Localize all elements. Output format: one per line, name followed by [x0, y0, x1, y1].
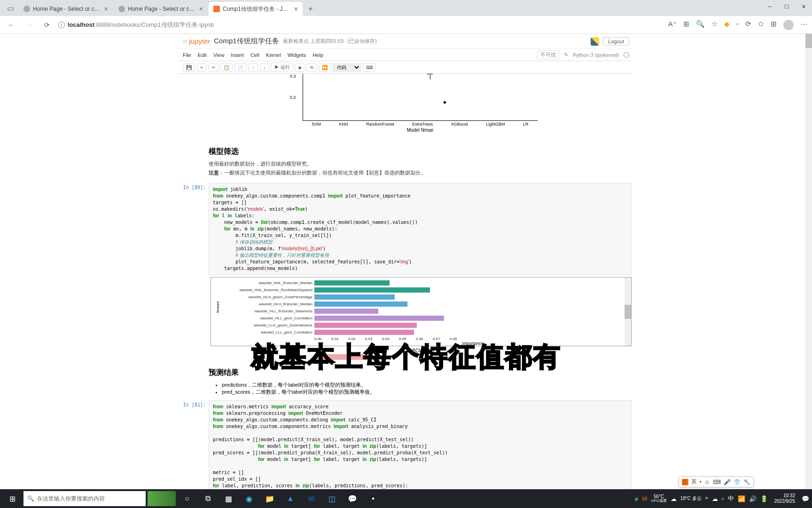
cut-button[interactable]: ✂ — [208, 64, 219, 71]
back-button[interactable]: ← — [5, 18, 18, 32]
profile-icon[interactable] — [783, 20, 794, 30]
ime-skin-icon[interactable]: 👕 — [734, 479, 741, 485]
ime-lang[interactable]: 英 — [691, 478, 697, 486]
menu-insert[interactable]: Insert — [231, 52, 244, 58]
clock[interactable]: 10:32 2022/9/25 — [772, 493, 798, 504]
onedrive-icon[interactable]: ☁ — [712, 495, 718, 502]
favorite-icon[interactable]: ☆ — [711, 20, 718, 30]
ime-punct-icon[interactable]: • — [700, 479, 702, 485]
output-scrollbar[interactable] — [625, 278, 631, 346]
weather-icon[interactable]: ☁ — [671, 495, 677, 502]
cortana-button[interactable]: ○ — [178, 489, 196, 508]
pencil-icon[interactable]: ✎ — [564, 52, 568, 58]
restart-button[interactable]: ⟲ — [306, 64, 317, 71]
ime-emoji-icon[interactable]: ☺ — [704, 479, 710, 485]
tab-panel-button[interactable]: ▭ — [2, 0, 19, 16]
reading-mode-icon[interactable]: A⁺ — [668, 20, 677, 30]
ime-tool-icon[interactable]: 🔧 — [743, 479, 750, 485]
address-bar[interactable]: i localhost:8889/notebooks/Comp1传统组学任务.i… — [58, 21, 664, 29]
tray-chevron-icon[interactable]: ^ — [705, 495, 708, 502]
restart-run-button[interactable]: ⏩ — [319, 64, 331, 71]
md-heading: 预测结果 — [209, 368, 622, 378]
volume-icon[interactable]: 🔊 — [749, 495, 757, 502]
taskbar: ⊞ 🔍 在这里输入你要搜索的内容 ○ ⧉ ▦ ◉ 📁 ▲ ✉ ◫ 💬 ▪ ◉ M… — [0, 489, 812, 508]
browser-tab-1[interactable]: Home Page - Select or create a... × — [114, 2, 208, 16]
taskview-button[interactable]: ⧉ — [198, 489, 217, 508]
chart-title: XGBClassifier — [209, 348, 632, 353]
app5-icon[interactable]: ◫ — [322, 489, 341, 508]
wifi-icon[interactable]: 📶 — [738, 495, 745, 502]
celltype-select[interactable]: 代码 — [333, 64, 361, 71]
markdown-cell-model-selection[interactable]: 模型筛选 使用最好的数据划分，进行后续的模型研究。 注意：注意：一般情况下论文使… — [180, 140, 632, 183]
collections-icon[interactable]: ⊞ — [771, 20, 777, 30]
kernel-name[interactable]: Python 3 (ipykernel) — [573, 52, 619, 58]
favicon-icon — [23, 6, 30, 12]
taskbar-search[interactable]: 🔍 在这里输入你要搜索的内容 — [23, 491, 146, 506]
edge-icon[interactable]: ◉ — [240, 489, 258, 508]
more-icon[interactable]: ⋯ — [800, 20, 807, 30]
search-placeholder: 在这里输入你要搜索的内容 — [37, 495, 105, 503]
jupyter-logo[interactable]: ○ jupyter — [183, 37, 210, 45]
save-button[interactable]: 💾 — [183, 64, 195, 71]
site-info-icon[interactable]: i — [58, 22, 65, 28]
page-scrollbar[interactable] — [805, 34, 812, 489]
zoom-icon[interactable]: 🔍 — [696, 20, 705, 30]
taskbar-widget[interactable] — [148, 491, 176, 506]
command-palette-button[interactable]: ⌨ — [363, 64, 376, 71]
close-icon[interactable]: × — [104, 5, 108, 13]
browser-tab-0[interactable]: Home Page - Select or create a... × — [19, 2, 113, 16]
wechat-icon[interactable]: 💬 — [343, 489, 362, 508]
favicon-icon — [213, 6, 220, 12]
menu-cell[interactable]: Cell — [250, 52, 259, 58]
menu-view[interactable]: View — [213, 52, 225, 58]
window-minimize-button[interactable] — [761, 0, 778, 13]
trusted-button[interactable]: 不可信 — [537, 50, 559, 59]
notifications-icon[interactable]: 💬 — [802, 495, 809, 502]
add-cell-button[interactable]: + — [197, 64, 206, 71]
meet-icon[interactable]: ▫ — [722, 495, 724, 502]
favorites-bar-icon[interactable]: ✩ — [758, 20, 764, 30]
mail-icon[interactable]: ✉ — [302, 489, 320, 508]
paste-button[interactable]: 📄 — [234, 64, 247, 71]
stop-button[interactable]: ■ — [295, 64, 304, 71]
window-maximize-button[interactable] — [778, 0, 795, 13]
search-icon: 🔍 — [27, 495, 34, 502]
app3-icon[interactable]: ▲ — [281, 489, 300, 508]
apps-button[interactable]: ▦ — [219, 489, 238, 508]
360-icon[interactable]: ◉ — [634, 496, 639, 501]
sync-icon[interactable]: ⟳ — [745, 20, 751, 30]
browser-tab-2[interactable]: Comp1传统组学任务 - Jupyter N... × — [209, 2, 303, 16]
run-button[interactable]: ▶ 运行 — [271, 63, 293, 72]
window-close-button[interactable] — [795, 0, 812, 13]
ext1-icon[interactable]: ◆ — [724, 20, 730, 30]
kernel-indicator-icon — [624, 52, 629, 58]
code-cell-1[interactable]: In [80]: import joblib from onekey_algo.… — [180, 183, 632, 275]
mi-icon[interactable]: MI — [642, 496, 648, 501]
notebook-title[interactable]: Comp1传统组学任务 — [214, 37, 279, 46]
new-tab-button[interactable]: + — [304, 2, 318, 16]
ext2-icon[interactable]: ▫ — [736, 20, 739, 30]
refresh-button[interactable]: ⟳ — [40, 18, 54, 32]
code-content[interactable]: import joblib from onekey_algo.custom.co… — [209, 183, 632, 275]
copy-button[interactable]: 📋 — [220, 64, 233, 71]
close-icon[interactable]: × — [294, 5, 298, 13]
menu-help[interactable]: Help — [312, 52, 323, 58]
menu-kernel[interactable]: Kernel — [266, 52, 281, 58]
move-up-button[interactable]: ↑ — [249, 64, 258, 71]
logout-button[interactable]: Logout — [603, 37, 629, 46]
menu-file[interactable]: File — [183, 52, 191, 58]
translate-icon[interactable]: ⊞ — [683, 20, 689, 30]
explorer-icon[interactable]: 📁 — [260, 489, 279, 508]
terminal-icon[interactable]: ▪ — [364, 489, 383, 508]
ime-floating-bar[interactable]: S 英 • ☺ ⌨ 🎤 👕 🔧 — [679, 476, 754, 487]
menu-widgets[interactable]: Widgets — [288, 52, 306, 58]
close-icon[interactable]: × — [199, 5, 203, 13]
battery-icon[interactable]: 🔋 — [760, 495, 768, 502]
move-down-button[interactable]: ↓ — [260, 64, 269, 71]
ime-keyboard-icon[interactable]: ⌨ — [713, 479, 721, 485]
ime-mic-icon[interactable]: 🎤 — [724, 479, 731, 485]
start-button[interactable]: ⊞ — [3, 489, 22, 508]
markdown-cell-predictions[interactable]: 预测结果 predictions，二维数据，每个label对应的每个模型的预测结… — [180, 361, 632, 400]
ime-tray-icon[interactable]: 中 — [728, 494, 734, 503]
menu-edit[interactable]: Edit — [198, 52, 207, 58]
